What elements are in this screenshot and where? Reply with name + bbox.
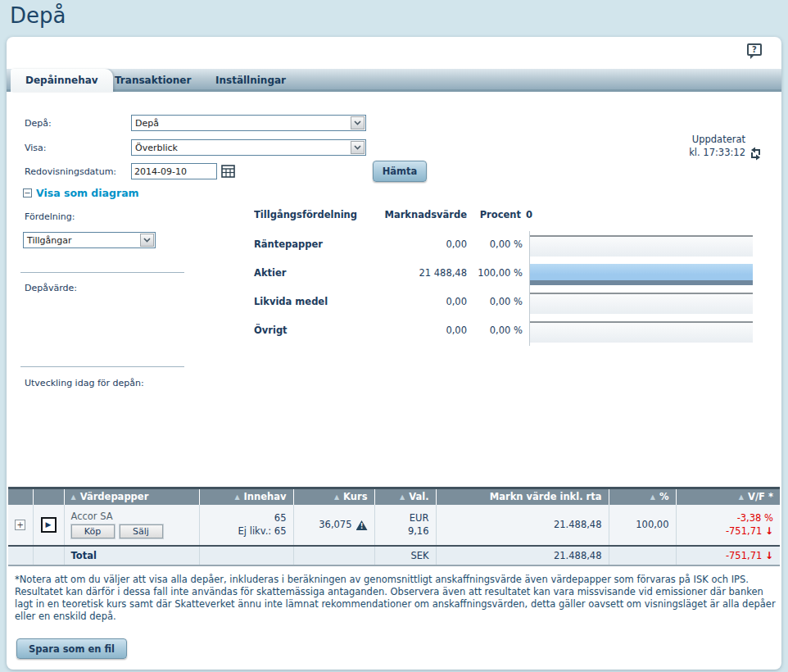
tab-transaktioner[interactable]: Transaktioner <box>115 69 191 92</box>
allocation-row-percent: 100,00 % <box>457 267 523 279</box>
header-innehav[interactable]: ▲Innehav <box>199 488 293 505</box>
collapse-icon: − <box>23 188 32 198</box>
total-market-value: 21.488,48 <box>436 546 609 565</box>
fordelning-select[interactable]: Tillgångar <box>23 232 156 248</box>
currency-cell: EUR 9,16 <box>374 505 436 546</box>
row-detail-arrow-icon[interactable]: ▶ <box>41 517 57 533</box>
sell-button[interactable]: Sälj <box>120 524 163 538</box>
sort-asc-icon: ▲ <box>739 493 744 501</box>
allocation-row-label: Räntepapper <box>254 238 323 250</box>
page-title: Depå <box>10 3 66 28</box>
fx-rate: 9,16 <box>382 524 429 538</box>
allocation-row-value: 0,00 <box>369 238 467 250</box>
header-kurs[interactable]: ▲Kurs <box>293 488 374 505</box>
allocation-row-value: 0,00 <box>369 325 467 336</box>
allocation-axis-zero: 0 <box>526 209 532 220</box>
vf-cell: -3,38 % -751,71 ↓ <box>676 505 780 546</box>
price-cell: 36,075! <box>293 505 374 546</box>
down-arrow-icon: ↓ <box>765 525 773 537</box>
market-value-cell: 21.488,48 <box>436 505 609 546</box>
total-row: Total SEK 21.488,48 -751,71 ↓ <box>8 546 780 565</box>
price-value: 36,075 <box>319 519 351 530</box>
chevron-down-icon <box>351 116 365 129</box>
header-expand <box>8 488 33 505</box>
allocation-row-percent: 0,00 % <box>457 238 523 250</box>
expand-plus-icon[interactable]: + <box>15 520 25 530</box>
divider <box>20 366 184 367</box>
holdings-table: ▲Värdepapper ▲Innehav ▲Kurs ▲Val. Markn … <box>8 487 780 566</box>
depa-select[interactable]: Depå <box>131 115 366 131</box>
allocation-row-label: Likvida medel <box>254 296 328 307</box>
tab-depainnehav[interactable]: Depåinnehav <box>11 69 113 92</box>
table-row: + ▶ Accor SA KöpSälj 65 Ej likv.: 65 36,… <box>8 505 780 546</box>
currency-code: EUR <box>382 511 429 524</box>
sort-asc-icon: ▲ <box>234 493 239 501</box>
allocation-row-percent: 0,00 % <box>457 296 523 307</box>
save-as-file-button[interactable]: Spara som en fil <box>16 638 127 659</box>
security-name: Accor SA <box>71 511 192 522</box>
help-icon[interactable]: ? <box>747 43 762 56</box>
show-as-diagram-label: Visa som diagram <box>36 187 139 199</box>
visa-select[interactable]: Överblick <box>131 139 366 156</box>
header-val[interactable]: ▲Val. <box>374 488 436 505</box>
action-cell: ▶ <box>33 505 64 546</box>
total-label: Total <box>71 550 97 561</box>
sort-asc-icon: ▲ <box>71 493 76 501</box>
holdings-header-row: ▲Värdepapper ▲Innehav ▲Kurs ▲Val. Markn … <box>8 488 780 505</box>
header-vf[interactable]: ▲V/F * <box>676 488 780 505</box>
percent-cell: 100,00 <box>609 505 676 546</box>
allocation-bar <box>530 293 753 314</box>
allocation-header-value: Marknadsvärde <box>384 209 467 220</box>
total-currency: SEK <box>374 546 436 565</box>
divider <box>20 272 184 273</box>
date-label: Redovisningsdatum: <box>25 166 116 177</box>
sort-asc-icon: ▲ <box>400 493 405 501</box>
refresh-icon[interactable] <box>749 147 763 164</box>
updated-timestamp: Uppdaterat kl. 17:33:12 <box>689 133 745 159</box>
warning-icon: ! <box>356 520 368 530</box>
allocation-bar <box>530 235 753 257</box>
allocation-bar <box>530 321 753 343</box>
total-vf-amount: -751,71 <box>726 550 762 561</box>
footnote: *Notera att om du väljer att visa alla d… <box>15 574 777 623</box>
show-as-diagram-toggle[interactable]: − Visa som diagram <box>23 187 139 199</box>
tab-bar: Depåinnehav Transaktioner Inställningar <box>7 69 781 92</box>
allocation-bar <box>530 264 753 285</box>
buy-button[interactable]: Köp <box>71 524 115 538</box>
depa-select-value: Depå <box>135 118 159 129</box>
date-input[interactable] <box>131 163 217 179</box>
vf-percent: -3,38 % <box>737 512 773 524</box>
allocation-header-category: Tillgångsfördelning <box>254 209 357 220</box>
header-percent[interactable]: ▲% <box>609 488 676 505</box>
holding-cell: 65 Ej likv.: 65 <box>199 505 293 546</box>
fordelning-label: Fördelning: <box>25 211 75 222</box>
visa-label: Visa: <box>25 143 47 153</box>
header-vardepapper[interactable]: ▲Värdepapper <box>64 488 199 505</box>
header-action <box>33 488 64 505</box>
allocation-row-value: 21 488,48 <box>369 267 467 279</box>
allocation-row-percent: 0,00 % <box>457 325 523 336</box>
vf-amount: -751,71 <box>726 525 762 537</box>
visa-select-value: Överblick <box>135 143 178 153</box>
header-markn-varde[interactable]: Markn värde inkl. rta <box>436 488 609 505</box>
chevron-down-icon <box>351 141 365 154</box>
calendar-icon[interactable] <box>221 165 235 181</box>
holding-quantity: 65 <box>206 511 287 524</box>
allocation-header-percent: Procent <box>480 209 521 220</box>
expand-cell: + <box>8 505 33 546</box>
main-panel: ? Depåinnehav Transaktioner Inställninga… <box>7 37 781 670</box>
allocation-row-label: Aktier <box>254 267 286 279</box>
utveckling-label: Utveckling idag för depån: <box>25 378 144 388</box>
depavarde-label: Depåvärde: <box>25 283 77 293</box>
allocation-row-value: 0,00 <box>369 296 467 307</box>
fetch-button[interactable]: Hämta <box>373 161 427 182</box>
chevron-down-icon <box>140 234 154 247</box>
tab-installningar[interactable]: Inställningar <box>215 69 286 92</box>
sort-asc-icon: ▲ <box>334 493 339 501</box>
down-arrow-icon: ↓ <box>765 550 773 561</box>
security-cell: Accor SA KöpSälj <box>64 505 199 546</box>
sort-asc-icon: ▲ <box>650 493 655 501</box>
depa-label: Depå: <box>25 118 52 129</box>
page: Depå ? Depåinnehav Transaktioner Inställ… <box>0 0 788 672</box>
fordelning-select-value: Tillgångar <box>27 235 72 246</box>
